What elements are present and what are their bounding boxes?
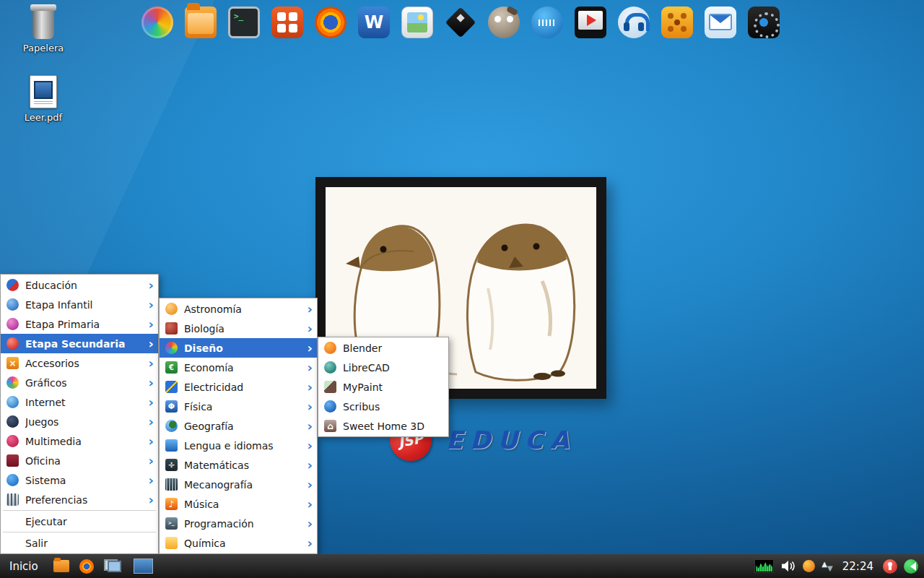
menu-item-label: Electricidad	[184, 381, 303, 393]
desktop-icon-leer-pdf[interactable]: Leer.pdf	[9, 75, 78, 123]
menu-item-scribus[interactable]: Scribus	[318, 397, 448, 416]
menu-item-astronomia[interactable]: Astronomía›	[160, 299, 317, 319]
submenu-arrow-icon: ›	[149, 318, 154, 331]
scribus-icon	[324, 400, 336, 413]
menu-item-quimica[interactable]: Química›	[160, 533, 317, 553]
menu-item-librecad[interactable]: LibreCAD	[318, 358, 448, 377]
menu-item-matematicas[interactable]: ÷Matemáticas›	[160, 455, 317, 475]
menu-item-fisica[interactable]: ΦFísica›	[160, 397, 317, 416]
audio-editor-icon[interactable]	[531, 7, 563, 38]
inkscape-icon[interactable]	[445, 7, 476, 38]
menu-item-sistema[interactable]: Sistema›	[1, 470, 158, 490]
menu-item-accesorios[interactable]: ×Accesorios›	[1, 353, 158, 373]
submenu-arrow-icon: ›	[308, 517, 313, 530]
email-client-icon[interactable]	[705, 7, 736, 38]
graficos-icon	[6, 376, 19, 389]
menu-item-multimedia[interactable]: Multimedia›	[1, 431, 158, 451]
menu-item-label: Programación	[184, 518, 303, 530]
menu-item-oficina[interactable]: Oficina›	[1, 451, 158, 470]
menu-item-label: Blender	[343, 342, 444, 354]
file-manager-icon[interactable]	[185, 7, 217, 38]
menu-item-label: Lengua e idiomas	[184, 440, 303, 452]
desktop-icon-label: Leer.pdf	[25, 112, 62, 123]
quimica-icon	[165, 537, 178, 549]
dots-app-icon[interactable]	[661, 7, 693, 38]
submenu-arrow-icon: ›	[149, 279, 154, 292]
clock[interactable]: 22:24	[842, 560, 873, 573]
submenu-arrow-icon: ›	[149, 415, 154, 428]
word-processor-icon[interactable]	[358, 7, 390, 38]
menu-item-biologia[interactable]: Biología›	[160, 319, 317, 338]
audio-player-icon[interactable]	[618, 7, 650, 38]
taskbar-firefox-icon[interactable]	[79, 559, 94, 574]
lengua-icon	[165, 439, 178, 452]
menu-item-mypaint[interactable]: MyPaint	[318, 377, 448, 397]
etapa-infantil-icon	[6, 298, 19, 311]
menu-item-blender[interactable]: Blender	[318, 338, 448, 358]
matematicas-icon: ÷	[165, 459, 178, 471]
submenu-arrow-icon: ›	[149, 474, 154, 487]
submenu-arrow-icon: ›	[308, 361, 313, 374]
menu-item-ejecutar[interactable]: Ejecutar	[1, 512, 158, 531]
menu-item-mecanografia[interactable]: Mecanografía›	[160, 475, 317, 494]
desktop-icon-trash[interactable]: Papelera	[9, 4, 78, 53]
menu-item-musica[interactable]: ♪Música›	[160, 494, 317, 514]
network-traffic-icon[interactable]: ▲ ▼	[821, 563, 832, 570]
menu-item-label: Mecanografía	[184, 479, 303, 491]
media-player-icon[interactable]	[575, 7, 606, 38]
taskbar-file-manager-icon[interactable]	[53, 560, 69, 572]
color-wheel-app-icon[interactable]	[141, 7, 173, 38]
submenu-arrow-icon: ›	[308, 439, 313, 452]
menu-item-economia[interactable]: €Economía›	[160, 358, 317, 377]
start-button[interactable]: Inicio	[0, 554, 48, 578]
submenu-diseno: BlenderLibreCADMyPaintScribus⌂Sweet Home…	[318, 337, 449, 437]
menu-item-label: Ejecutar	[25, 516, 154, 527]
submenu-arrow-icon: ›	[308, 342, 313, 355]
sweethome3d-icon: ⌂	[324, 420, 336, 432]
submenu-arrow-icon: ›	[149, 357, 154, 370]
preferencias-icon	[6, 493, 19, 506]
etapa-primaria-icon	[6, 318, 19, 330]
menu-item-label: Diseño	[184, 342, 303, 354]
menu-item-salir[interactable]: Salir	[1, 533, 158, 553]
menu-item-educacion[interactable]: Educación›	[1, 275, 158, 295]
terminal-icon[interactable]	[228, 7, 260, 38]
menu-item-sweet-home-3d[interactable]: ⌂Sweet Home 3D	[318, 416, 448, 436]
menu-item-graficos[interactable]: Gráficos›	[1, 373, 158, 392]
gimp-icon[interactable]	[488, 7, 520, 38]
menu-item-diseno[interactable]: Diseño›	[160, 338, 317, 358]
menu-item-etapa-infantil[interactable]: Etapa Infantil›	[1, 295, 158, 314]
menu-item-label: Etapa Infantil	[25, 299, 144, 311]
menu-item-etapa-primaria[interactable]: Etapa Primaria›	[1, 314, 158, 334]
electricidad-icon	[165, 381, 178, 393]
submenu-arrow-icon: ›	[149, 298, 154, 311]
menu-separator	[3, 532, 156, 532]
volume-icon[interactable]	[780, 560, 796, 572]
menu-item-juegos[interactable]: Juegos›	[1, 412, 158, 431]
menu-item-electricidad[interactable]: Electricidad›	[160, 377, 317, 397]
tray-app-icon[interactable]	[803, 560, 815, 572]
menu-item-etapa-secundaria[interactable]: Etapa Secundaria›	[1, 334, 158, 353]
logout-icon[interactable]	[904, 559, 918, 574]
taskbar-displays-icon[interactable]	[104, 559, 121, 573]
menu-item-label: Salir	[25, 538, 154, 549]
app-launcher-icon[interactable]	[271, 7, 303, 38]
economia-icon: €	[165, 361, 178, 374]
menu-item-label: Accesorios	[25, 358, 144, 369]
menu-item-preferencias[interactable]: Preferencias›	[1, 490, 158, 509]
image-viewer-icon[interactable]	[401, 7, 433, 38]
workspace-pager[interactable]	[134, 558, 153, 574]
firefox-icon[interactable]	[315, 7, 346, 38]
menu-item-programacion[interactable]: >_Programación›	[160, 514, 317, 533]
sistema-icon	[6, 474, 19, 486]
musica-icon: ♪	[165, 498, 178, 510]
settings-icon[interactable]	[748, 7, 780, 38]
menu-item-label: Scribus	[343, 401, 444, 413]
network-monitor-icon[interactable]	[754, 559, 774, 573]
menu-item-label: Internet	[25, 397, 144, 408]
submenu-arrow-icon: ›	[308, 322, 313, 335]
lock-icon[interactable]	[883, 559, 897, 574]
menu-item-internet[interactable]: Internet›	[1, 392, 158, 412]
menu-item-geografia[interactable]: Geografía›	[160, 416, 317, 436]
menu-item-lengua-e-idiomas[interactable]: Lengua e idiomas›	[160, 436, 317, 455]
